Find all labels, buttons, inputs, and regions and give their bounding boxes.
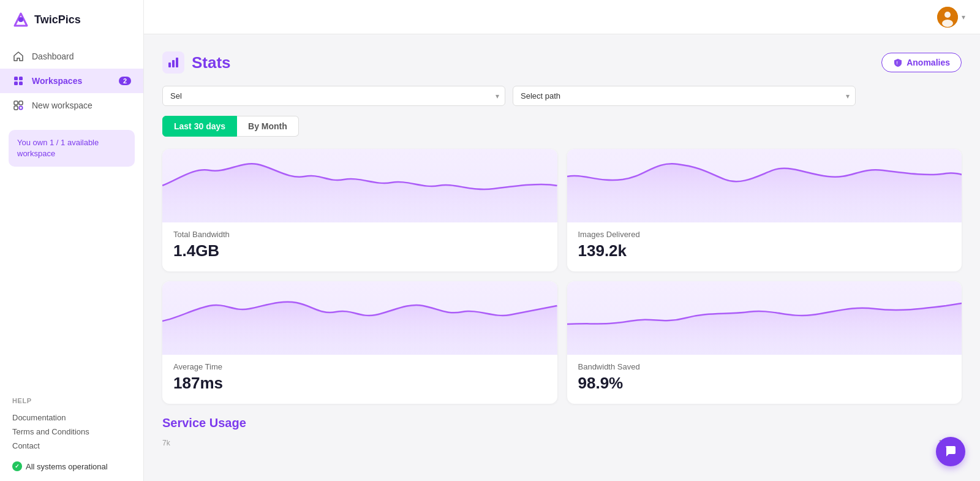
svg-rect-2 [14,77,18,80]
service-usage-section: Service Usage 7k 100MB [162,416,962,447]
svg-point-1 [18,17,23,22]
bymonth-button[interactable]: By Month [237,116,299,137]
user-avatar-wrap[interactable]: ▾ [937,7,965,28]
bandwidth-label: Total Bandwidth [162,230,557,239]
avgtime-label: Average Time [162,362,557,371]
svg-rect-5 [19,81,23,85]
page-title: Stats [192,53,231,72]
add-workspace-icon [12,99,24,112]
filters-row: Sel ▾ Select path ▾ [162,86,962,106]
sidebar: TwicPics Dashboard Workspaces 2 [0,0,144,481]
anomalies-button[interactable]: ! Anomalies [881,53,962,72]
path-select[interactable]: Select path [513,86,856,106]
workspaces-badge: 2 [119,77,131,85]
svg-rect-15 [168,62,171,67]
logo-icon [12,11,29,28]
workspace-select-wrap: Sel ▾ [162,86,505,106]
bwsaved-value: 98.9% [567,374,962,393]
workspace-info-box: You own 1 / 1 available workspace [9,130,135,167]
workspaces-icon [12,75,24,87]
avgtime-value: 187ms [162,374,557,393]
stats-grid: Total Bandwidth 1.4GB [162,149,962,404]
stats-header: Stats ! Anomalies [162,51,962,74]
svg-rect-3 [19,77,23,80]
svg-rect-4 [14,81,18,85]
header: ▾ [144,0,980,34]
status-text: All systems operational [26,462,108,471]
anomalies-label: Anomalies [907,58,950,67]
time-filters: Last 30 days By Month [162,116,962,137]
shield-icon: ! [893,58,903,67]
svg-point-14 [942,20,953,27]
sidebar-item-new-workspace[interactable]: New workspace [0,93,143,118]
service-usage-title: Service Usage [162,416,962,430]
workspace-info-text: You own 1 / 1 available workspace [17,138,99,158]
svg-text:!: ! [897,61,898,65]
content-area: Stats ! Anomalies Sel ▾ Select path [144,34,980,481]
new-workspace-label: New workspace [32,100,92,110]
stat-card-avgtime: Average Time 187ms [162,281,557,404]
svg-rect-7 [19,101,23,105]
status-dot [12,461,22,471]
chat-icon [944,445,957,458]
documentation-link[interactable]: Documentation [12,411,131,425]
home-icon [12,50,24,62]
bandwidth-chart [162,149,557,222]
images-label: Images Delivered [567,230,962,239]
stat-card-bwsaved: Bandwidth Saved 98.9% [567,281,962,404]
status-row: All systems operational [12,461,131,471]
logo[interactable]: TwicPics [0,0,143,39]
dashboard-label: Dashboard [32,51,74,61]
avatar-img [937,7,958,28]
sidebar-nav: Dashboard Workspaces 2 [0,39,143,123]
stats-bar-icon [162,51,184,74]
avgtime-chart [162,281,557,355]
avatar [937,7,958,28]
svg-rect-6 [14,101,18,105]
images-chart [567,149,962,222]
main-area: ▾ Stats ! Anomalies [144,0,980,481]
sidebar-bottom: HELP Documentation Terms and Conditions … [0,387,143,481]
sidebar-item-dashboard[interactable]: Dashboard [0,44,143,69]
sidebar-item-workspaces[interactable]: Workspaces 2 [0,69,143,93]
path-select-wrap: Select path ▾ [513,86,856,106]
bandwidth-value: 1.4GB [162,241,557,260]
usage-label-left: 7k [162,439,170,447]
contact-link[interactable]: Contact [12,439,131,453]
images-value: 139.2k [567,241,962,260]
help-label: HELP [12,397,131,404]
svg-rect-8 [14,106,18,110]
workspaces-label: Workspaces [32,76,82,86]
svg-point-13 [944,12,951,18]
svg-rect-17 [176,58,178,67]
app-name: TwicPics [34,13,81,26]
workspace-select[interactable]: Sel [162,86,505,106]
usage-axis-labels: 7k 100MB [162,439,962,447]
stats-title-row: Stats [162,51,231,74]
stat-card-images: Images Delivered 139.2k [567,149,962,271]
svg-rect-16 [172,60,175,67]
stat-card-bandwidth: Total Bandwidth 1.4GB [162,149,557,271]
chevron-down-icon: ▾ [962,13,965,21]
bwsaved-chart [567,281,962,355]
bwsaved-label: Bandwidth Saved [567,362,962,371]
terms-link[interactable]: Terms and Conditions [12,425,131,439]
chat-button[interactable] [936,437,965,466]
last30days-button[interactable]: Last 30 days [162,116,237,137]
